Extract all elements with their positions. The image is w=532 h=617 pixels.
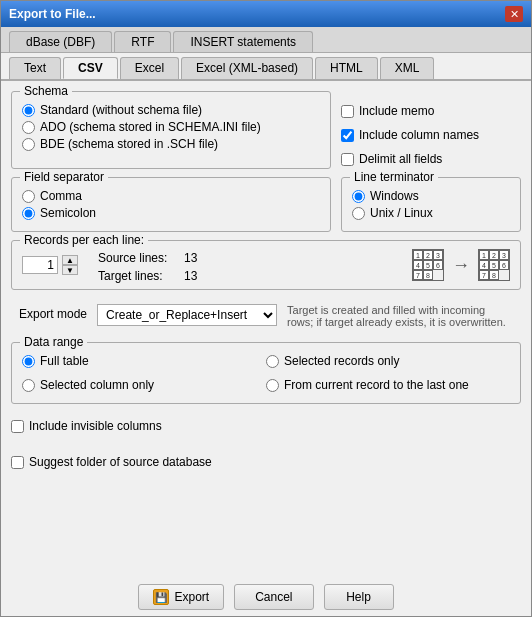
- tab-excel[interactable]: Excel: [120, 57, 179, 79]
- include-memo-label: Include memo: [359, 104, 434, 118]
- schema-label-2: BDE (schema stored in .SCH file): [40, 137, 218, 151]
- term-unix-label: Unix / Linux: [370, 206, 433, 220]
- export-icon: 💾: [153, 589, 169, 605]
- records-legend: Records per each line:: [20, 233, 148, 247]
- export-label: Export: [174, 590, 209, 604]
- tab-html[interactable]: HTML: [315, 57, 378, 79]
- include-col-names-row: Include column names: [341, 128, 521, 142]
- include-invisible-label: Include invisible columns: [29, 419, 162, 433]
- help-button[interactable]: Help: [324, 584, 394, 610]
- term-unix-row: Unix / Linux: [352, 206, 510, 220]
- sep-semicolon-row: Semicolon: [22, 206, 320, 220]
- tab-excel-xml[interactable]: Excel (XML-based): [181, 57, 313, 79]
- schema-label-0: Standard (without schema file): [40, 103, 202, 117]
- field-sep-group: Field separator Comma Semicolon: [11, 177, 331, 232]
- grid-left-icon: 12 34 56 78: [412, 249, 444, 281]
- range-full-table-radio[interactable]: [22, 355, 35, 368]
- window-title: Export to File...: [9, 7, 96, 21]
- range-full-table-row: Full table: [22, 354, 266, 368]
- include-memo-check[interactable]: [341, 105, 354, 118]
- schema-radio-2[interactable]: [22, 138, 35, 151]
- sep-comma-radio[interactable]: [22, 190, 35, 203]
- schema-legend: Schema: [20, 84, 72, 98]
- schema-row: Schema Standard (without schema file) AD…: [11, 91, 521, 169]
- sep-comma-row: Comma: [22, 189, 320, 203]
- records-spin: ▲ ▼: [22, 255, 78, 275]
- include-invisible-row: Include invisible columns: [11, 412, 521, 440]
- tab-xml[interactable]: XML: [380, 57, 435, 79]
- source-lines-row: Source lines: 13: [98, 251, 402, 265]
- line-term-legend: Line terminator: [350, 170, 438, 184]
- title-bar: Export to File... ✕: [1, 1, 531, 27]
- target-label: Target lines:: [98, 269, 178, 283]
- term-unix-radio[interactable]: [352, 207, 365, 220]
- target-lines-row: Target lines: 13: [98, 269, 402, 283]
- export-mode-desc: Target is created and filled with incomi…: [287, 304, 513, 328]
- target-value: 13: [184, 269, 224, 283]
- schema-radio-0[interactable]: [22, 104, 35, 117]
- term-windows-radio[interactable]: [352, 190, 365, 203]
- tab-insert[interactable]: INSERT statements: [173, 31, 313, 52]
- export-button[interactable]: 💾 Export: [138, 584, 224, 610]
- main-content: Schema Standard (without schema file) AD…: [1, 81, 531, 578]
- sep-term-row: Field separator Comma Semicolon Line ter…: [11, 177, 521, 232]
- range-current-to-last-row: From current record to the last one: [266, 378, 510, 392]
- schema-group: Schema Standard (without schema file) AD…: [11, 91, 331, 169]
- include-col-names-check[interactable]: [341, 129, 354, 142]
- include-memo-row: Include memo: [341, 104, 521, 118]
- records-spinners: ▲ ▼: [62, 255, 78, 275]
- range-selected-records-label: Selected records only: [284, 354, 399, 368]
- source-target-info: Source lines: 13 Target lines: 13: [98, 247, 402, 283]
- export-mode-select[interactable]: Create_or_Replace+Insert Create+Insert I…: [97, 304, 277, 326]
- data-range-legend: Data range: [20, 335, 87, 349]
- schema-option-2: BDE (schema stored in .SCH file): [22, 137, 320, 151]
- include-col-names-label: Include column names: [359, 128, 479, 142]
- range-selected-col-label: Selected column only: [40, 378, 154, 392]
- tab-text[interactable]: Text: [9, 57, 61, 79]
- arrow-right-icon: →: [452, 255, 470, 276]
- second-tab-bar: Text CSV Excel Excel (XML-based) HTML XM…: [1, 53, 531, 81]
- options-group: Include memo Include column names Delimi…: [341, 91, 521, 169]
- range-current-to-last-label: From current record to the last one: [284, 378, 469, 392]
- suggest-folder-row: Suggest folder of source database: [11, 448, 521, 476]
- export-mode-label: Export mode: [19, 304, 87, 321]
- records-spin-down[interactable]: ▼: [62, 265, 78, 275]
- range-current-to-last-radio[interactable]: [266, 379, 279, 392]
- source-value: 13: [184, 251, 224, 265]
- term-windows-row: Windows: [352, 189, 510, 203]
- schema-option-0: Standard (without schema file): [22, 103, 320, 117]
- range-selected-records-row: Selected records only: [266, 354, 510, 368]
- range-full-table-label: Full table: [40, 354, 89, 368]
- sep-semicolon-label: Semicolon: [40, 206, 96, 220]
- schema-option-1: ADO (schema stored in SCHEMA.INI file): [22, 120, 320, 134]
- top-tab-bar: dBase (DBF) RTF INSERT statements: [1, 27, 531, 53]
- records-input[interactable]: [22, 256, 58, 274]
- export-mode-control: Create_or_Replace+Insert Create+Insert I…: [97, 304, 277, 326]
- close-button[interactable]: ✕: [505, 6, 523, 22]
- sep-semicolon-radio[interactable]: [22, 207, 35, 220]
- export-dialog: Export to File... ✕ dBase (DBF) RTF INSE…: [0, 0, 532, 617]
- include-invisible-check[interactable]: [11, 420, 24, 433]
- schema-label-1: ADO (schema stored in SCHEMA.INI file): [40, 120, 261, 134]
- schema-radio-1[interactable]: [22, 121, 35, 134]
- range-selected-col-radio[interactable]: [22, 379, 35, 392]
- cancel-button[interactable]: Cancel: [234, 584, 313, 610]
- range-selected-records-radio[interactable]: [266, 355, 279, 368]
- tab-rtf[interactable]: RTF: [114, 31, 171, 52]
- records-spin-up[interactable]: ▲: [62, 255, 78, 265]
- grid-icons-area: 12 34 56 78 → 12 34 56 78: [412, 249, 510, 281]
- sep-comma-label: Comma: [40, 189, 82, 203]
- suggest-folder-check[interactable]: [11, 456, 24, 469]
- field-sep-legend: Field separator: [20, 170, 108, 184]
- data-range-group: Data range Full table Selected records o…: [11, 342, 521, 404]
- delimit-all-check[interactable]: [341, 153, 354, 166]
- tab-csv[interactable]: CSV: [63, 57, 118, 79]
- line-term-group: Line terminator Windows Unix / Linux: [341, 177, 521, 232]
- data-range-grid: Full table Selected records only Selecte…: [22, 351, 510, 395]
- records-group: Records per each line: ▲ ▼ Source lines:…: [11, 240, 521, 290]
- tab-dbase[interactable]: dBase (DBF): [9, 31, 112, 52]
- delimit-all-label: Delimit all fields: [359, 152, 442, 166]
- range-selected-col-row: Selected column only: [22, 378, 266, 392]
- suggest-folder-label: Suggest folder of source database: [29, 455, 212, 469]
- term-windows-label: Windows: [370, 189, 419, 203]
